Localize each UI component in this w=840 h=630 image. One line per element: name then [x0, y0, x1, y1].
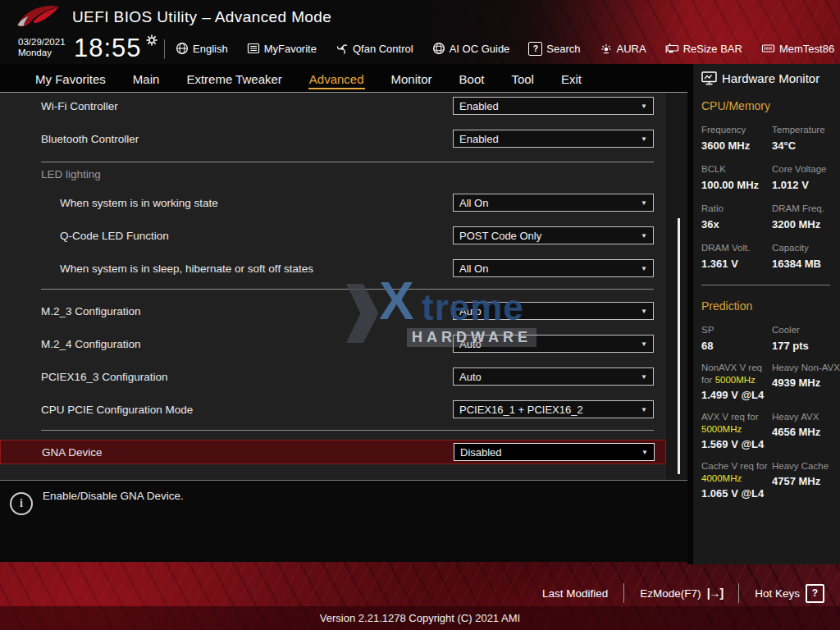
search-button[interactable]: ? Search	[528, 42, 580, 56]
language-button[interactable]: English	[176, 42, 228, 55]
bios-screen: UEFI BIOS Utility – Advanced Mode 03/29/…	[0, 0, 840, 630]
scrollbar-track[interactable]	[666, 93, 687, 480]
dropdown-value: Enabled	[459, 100, 499, 112]
tab-monitor[interactable]: Monitor	[390, 66, 433, 89]
tab-extreme-tweaker[interactable]: Extreme Tweaker	[185, 66, 282, 89]
myfavorite-label: MyFavorite	[264, 43, 317, 55]
highlighted-frequency: 5000MHz	[701, 424, 742, 434]
sleep-state-dropdown[interactable]: All On ▼	[453, 259, 654, 277]
tab-advanced[interactable]: Advanced	[308, 66, 365, 89]
chevron-down-icon: ▼	[641, 265, 647, 272]
dropdown-value: PCIEX16_1 + PCIEX16_2	[459, 404, 583, 416]
chevron-down-icon: ▼	[641, 373, 647, 381]
chevron-down-icon: ▼	[641, 340, 647, 348]
chevron-down-icon: ▼	[641, 449, 648, 456]
setting-label: PCIEX16_3 Configuration	[41, 371, 168, 383]
time-settings-gear-icon[interactable]	[146, 34, 158, 46]
setting-row-sleep-state: When system is in sleep, hibernate or so…	[0, 257, 666, 280]
metric-frequency: Frequency 3600 MHz	[701, 124, 772, 152]
fan-icon	[336, 42, 349, 55]
metric-cooler: Cooler 177 pts	[772, 324, 840, 352]
setting-row-bluetooth-controller: Bluetooth Controller Enabled ▼	[0, 127, 666, 150]
highlighted-frequency: 5000MHz	[715, 375, 756, 385]
setting-row-m2-4: M.2_4 Configuration Auto ▼	[0, 332, 666, 355]
section-divider	[41, 430, 654, 431]
highlighted-frequency: 4000MHz	[701, 473, 742, 483]
wifi-controller-dropdown[interactable]: Enabled ▼	[453, 97, 654, 115]
chevron-down-icon: ▼	[641, 406, 647, 413]
metric-bclk: BCLK 100.00 MHz	[701, 163, 772, 191]
setting-row-gna-device[interactable]: GNA Device Disabled ▼	[0, 440, 666, 464]
m2-3-dropdown[interactable]: Auto ▼	[453, 302, 654, 320]
cpu-pcie-mode-dropdown[interactable]: PCIEX16_1 + PCIEX16_2 ▼	[453, 400, 654, 418]
setting-label: CPU PCIE Configuration Mode	[41, 404, 193, 416]
system-date[interactable]: 03/29/2021 Monday	[18, 37, 66, 58]
title-bar: UEFI BIOS Utility – Advanced Mode	[0, 0, 840, 33]
metric-cache-vreq: Cache V req for 4000MHz 1.065 V @L4	[701, 460, 772, 500]
metric-core-voltage: Core Voltage 1.012 V	[772, 163, 840, 191]
aura-button[interactable]: AURA	[600, 42, 646, 55]
qcode-led-dropdown[interactable]: POST Code Only ▼	[453, 226, 654, 244]
last-modified-button[interactable]: Last Modified	[542, 587, 608, 600]
tab-tool[interactable]: Tool	[510, 66, 535, 89]
tab-my-favorites[interactable]: My Favorites	[34, 66, 107, 89]
led-lighting-group-label: LED lighting	[41, 168, 101, 180]
resize-bar-button[interactable]: ReSize BAR	[665, 42, 742, 55]
status-bar: 03/29/2021 Monday 18:55 English	[0, 33, 840, 64]
help-text: Enable/Disable GNA Device.	[43, 490, 184, 502]
metric-avx-vreq: AVX V req for 5000MHz 1.569 V @L4	[701, 411, 772, 450]
tab-exit[interactable]: Exit	[560, 66, 582, 89]
metric-heavy-nonavx: Heavy Non-AVX 4939 MHz	[772, 362, 840, 401]
setting-row-qcode-led: Q-Code LED Function POST Code Only ▼	[0, 224, 666, 247]
aura-label: AURA	[617, 43, 646, 55]
info-icon: i	[10, 492, 33, 515]
setting-label: Wi-Fi Controller	[41, 100, 118, 112]
hardware-monitor-header: Hardware Monitor	[693, 64, 840, 85]
setting-label: M.2_3 Configuration	[41, 305, 141, 317]
dropdown-value: All On	[459, 262, 488, 275]
list-icon	[247, 42, 260, 55]
lamp-icon	[600, 42, 613, 55]
scrollbar-thumb[interactable]	[678, 218, 680, 474]
day-value: Monday	[18, 48, 66, 58]
settings-panel: Wi-Fi Controller Enabled ▼ Bluetooth Con…	[0, 92, 687, 480]
section-divider	[41, 162, 654, 162]
help-panel: i Enable/Disable GNA Device.	[0, 480, 687, 562]
gna-device-dropdown[interactable]: Disabled ▼	[454, 443, 655, 461]
metric-nonavx-vreq: NonAVX V req for 5000MHz 1.499 V @L4	[701, 362, 772, 401]
footer-separator	[623, 583, 624, 603]
metric-sp: SP 68	[701, 324, 772, 352]
hardware-monitor-title: Hardware Monitor	[722, 71, 819, 85]
ezmode-label: EzMode(F7)	[640, 587, 701, 600]
ai-oc-guide-button[interactable]: AI OC Guide	[432, 42, 510, 55]
metric-ratio: Ratio 36x	[701, 203, 772, 231]
chevron-down-icon: ▼	[641, 103, 647, 110]
metric-heavy-cache: Heavy Cache 4757 MHz	[772, 460, 840, 500]
language-label: English	[193, 43, 228, 55]
metric-dram-freq: DRAM Freq. 3200 MHz	[772, 203, 840, 231]
cpu-memory-heading: CPU/Memory	[701, 99, 840, 112]
ezmode-button[interactable]: EzMode(F7) |→]	[640, 587, 723, 600]
tab-boot[interactable]: Boot	[459, 66, 486, 89]
myfavorite-button[interactable]: MyFavorite	[247, 42, 317, 55]
m2-4-dropdown[interactable]: Auto ▼	[453, 335, 654, 353]
monitor-icon	[701, 71, 717, 85]
hot-keys-button[interactable]: Hot Keys ?	[755, 584, 824, 603]
bluetooth-controller-dropdown[interactable]: Enabled ▼	[453, 130, 654, 148]
dropdown-value: Auto	[459, 371, 482, 383]
qfan-control-button[interactable]: Qfan Control	[336, 42, 413, 55]
date-value: 03/29/2021	[18, 37, 66, 48]
metric-heavy-avx: Heavy AVX 4656 MHz	[772, 411, 840, 450]
system-time[interactable]: 18:55	[74, 34, 142, 63]
prediction-heading: Prediction	[701, 299, 840, 313]
footer-action-bar: Last Modified EzMode(F7) |→] Hot Keys ?	[542, 578, 824, 608]
setting-label: Q-Code LED Function	[60, 230, 169, 242]
resize-bar-label: ReSize BAR	[683, 43, 742, 55]
setting-row-pciex16-3: PCIEX16_3 Configuration Auto ▼	[0, 365, 666, 388]
dropdown-value: Auto	[459, 305, 482, 317]
working-state-dropdown[interactable]: All On ▼	[453, 194, 654, 212]
memtest86-button[interactable]: MemTest86	[761, 42, 834, 55]
app-title: UEFI BIOS Utility – Advanced Mode	[72, 0, 331, 33]
pciex16-3-dropdown[interactable]: Auto ▼	[453, 368, 654, 386]
tab-main[interactable]: Main	[132, 66, 161, 89]
